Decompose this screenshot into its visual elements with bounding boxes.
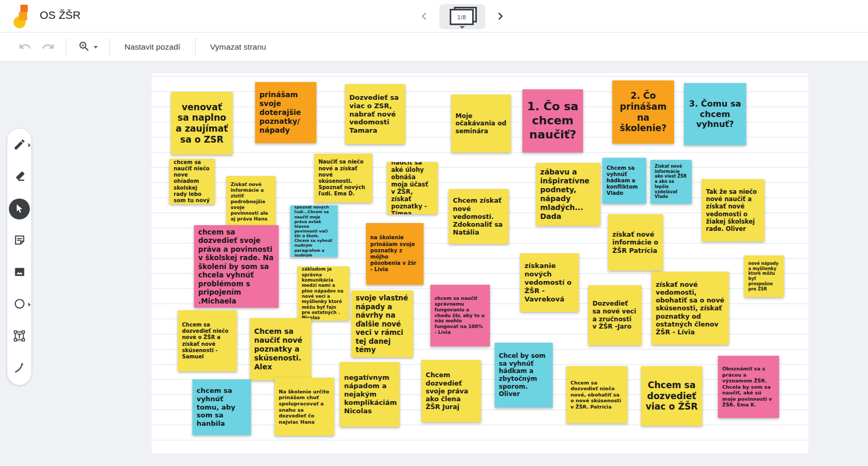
caret-right-icon bbox=[28, 143, 31, 147]
sticky-note[interactable]: Moje očakávania od seminára bbox=[451, 95, 511, 153]
sticky-note[interactable]: Naučiť sa niečo nové a získať nové skúse… bbox=[314, 154, 372, 203]
sticky-note[interactable]: Dozvedieť sa viac o ZSR, nabrať nové ved… bbox=[345, 84, 405, 144]
sticky-note[interactable]: prinášam svoje doterajšie poznatky/ nápa… bbox=[255, 82, 316, 143]
sticky-note[interactable]: zábavu a inšpiratívne podnety, nápady ml… bbox=[536, 163, 600, 226]
logo-square-mid bbox=[19, 12, 27, 20]
sticky-note[interactable]: Na školenie určite prinášam chuť spolupr… bbox=[275, 378, 334, 436]
sticky-note-text: Chcem sa dozvedieť niečo nové o ŽŠR a zí… bbox=[182, 322, 233, 360]
sticky-note-text: Dozvedieť sa viac o ZSR, nabrať nové ved… bbox=[349, 94, 401, 135]
next-frame-button[interactable] bbox=[494, 10, 507, 24]
sticky-note[interactable]: Obohatiť sa o nové vedomosti, zručnosti.… bbox=[290, 205, 338, 257]
tool-pen[interactable] bbox=[9, 135, 30, 156]
toolbar-divider bbox=[66, 38, 66, 56]
text-box-icon bbox=[13, 329, 26, 344]
sticky-note-text: Chcem sa dozvedieť niečo nové, obohatiť … bbox=[570, 380, 623, 410]
sticky-note[interactable]: chcem sa naučiť správnemu fungovaniu a c… bbox=[430, 285, 490, 346]
sticky-note-text: Chcel by som sa vyhnúť hádkam a zbytočný… bbox=[499, 352, 549, 398]
sticky-note-text: Chcem získať nové vedomosti. Zdokonaliť … bbox=[453, 196, 505, 236]
tool-eraser[interactable] bbox=[9, 167, 30, 188]
zoom-button[interactable] bbox=[73, 36, 103, 59]
sticky-note[interactable]: Dozvedieť sa nové veci a zručnosti v ŽŠR… bbox=[588, 285, 642, 345]
sticky-note[interactable]: nové nápady a myšlienky ktoré môžu byť p… bbox=[744, 255, 784, 297]
sticky-note[interactable]: Získať nové informácie ako viest ŽŠR a a… bbox=[650, 160, 692, 204]
sticky-note[interactable]: Chcem sa naučiť nové poznatky a skúsenos… bbox=[250, 318, 311, 380]
image-icon bbox=[13, 265, 26, 280]
sticky-note-text: svoje vlastné nápady a návrhy na ďalšie … bbox=[356, 294, 409, 354]
undo-button[interactable] bbox=[14, 36, 37, 59]
laser-pointer-icon bbox=[13, 361, 26, 376]
sticky-note[interactable]: chcem sa dozvedieť svoje práva a povinno… bbox=[194, 225, 279, 308]
sticky-note-text: nové nápady a myšlienky ktoré môžu byť p… bbox=[748, 261, 780, 292]
logo-square-top bbox=[20, 5, 28, 12]
frame-counter: 1/8 bbox=[458, 14, 466, 20]
zoom-in-icon bbox=[78, 40, 90, 54]
sticky-note[interactable]: Chcem sa vyhnúť hádkam a konfliktom Vlad… bbox=[602, 158, 646, 204]
sticky-note[interactable]: 3. Čomu sa chcem vyhnuť? bbox=[684, 83, 746, 145]
tool-sticky-note[interactable] bbox=[9, 230, 30, 251]
sticky-note[interactable]: svoje vlastné nápady a návrhy na ďalšie … bbox=[351, 290, 413, 357]
tool-laser[interactable] bbox=[9, 358, 30, 379]
sticky-note-text: získať nové vedomosti, obohatiť sa o nov… bbox=[656, 281, 725, 336]
redo-button[interactable] bbox=[37, 36, 60, 59]
sticky-note-text: 2. Čo prinášam na školenie? bbox=[616, 90, 670, 134]
sticky-note[interactable]: Chcem dozvedieť svoje práva ako člena ŽŠ… bbox=[421, 360, 481, 422]
sticky-note[interactable]: Chcem sa dozvedieť niečo nové, obohatiť … bbox=[566, 366, 627, 423]
sticky-note-text: Chcem sa vyhnúť hádkam a konfliktom Vlad… bbox=[607, 165, 642, 197]
sticky-note[interactable]: Chcem získať nové vedomosti. Zdokonaliť … bbox=[449, 189, 509, 244]
sticky-note[interactable]: Oboznámiť sa s prácou a významom ŽŠR. Ch… bbox=[718, 356, 779, 418]
sticky-note[interactable]: Chcel by som sa vyhnúť hádkam a zbytočný… bbox=[495, 343, 553, 407]
sticky-note-text: Moje očakávania od seminára bbox=[455, 112, 507, 135]
toolbar-divider bbox=[109, 38, 110, 56]
board-canvas[interactable]: venovať sa naplno a zaujímať sa o ZSRpri… bbox=[152, 73, 808, 453]
previous-frame-button[interactable] bbox=[417, 10, 431, 24]
tool-text-box[interactable] bbox=[9, 326, 30, 347]
sticky-note-text: negatívnym nápadom a nejakým komplikáciá… bbox=[344, 374, 395, 415]
pen-icon bbox=[13, 138, 26, 153]
sticky-note[interactable]: Chcem sa dozvedieť viac o ŽŠR bbox=[641, 366, 702, 426]
sticky-note[interactable]: negatívnym nápadom a nejakým komplikáciá… bbox=[340, 362, 399, 427]
sticky-note[interactable]: Získať nové informácie a zistiť podrobne… bbox=[226, 176, 276, 228]
sticky-note-text: naučiť sa aké úlohy obnáša moja účasť v … bbox=[391, 162, 433, 214]
sticky-note[interactable]: získať nové informácie o ŽŠR Patrícia bbox=[608, 214, 663, 271]
sticky-note[interactable]: chcem sa naučiť niečo nove ohíadom skols… bbox=[169, 159, 215, 204]
sticky-note[interactable]: Tak že sa niečo nové naučiť a získať nov… bbox=[702, 179, 764, 241]
frame-selector-button[interactable]: 1/8 bbox=[439, 4, 485, 29]
sticky-note-text: Chcem sa dozvedieť viac o ŽŠR bbox=[645, 380, 698, 412]
sticky-note[interactable]: získanie nových vedomostí o ŽŠR - Vavrek… bbox=[520, 253, 579, 312]
caret-down-icon bbox=[460, 26, 465, 29]
frame-counter-box: 1/8 bbox=[450, 9, 474, 25]
tool-image[interactable] bbox=[9, 262, 30, 283]
sticky-note-text: Získať nové informácie a zistiť podrobne… bbox=[231, 182, 271, 222]
sticky-note-text: Tak že sa niečo nové naučiť a získať nov… bbox=[706, 188, 760, 232]
toolbar-divider bbox=[195, 38, 196, 56]
sticky-note[interactable]: 2. Čo prinášam na školenie? bbox=[612, 80, 674, 144]
sticky-note[interactable]: základom je správna komunikácia medzi na… bbox=[298, 266, 349, 321]
sticky-note[interactable]: Chcem sa dozvedieť niečo nové o ŽŠR a zí… bbox=[178, 310, 237, 371]
chevron-right-icon bbox=[494, 10, 507, 24]
sticky-note[interactable]: 1. Čo sa chcem naučiť? bbox=[522, 89, 583, 153]
sticky-note-text: Dozvedieť sa nové veci a zručnosti v ŽŠR… bbox=[592, 300, 637, 331]
jamboard-logo-icon[interactable] bbox=[14, 5, 33, 29]
sticky-note[interactable]: chcem sa vyhnúť tomu, aby som sa hanbila bbox=[192, 379, 251, 435]
undo-icon bbox=[18, 40, 32, 55]
tool-shape[interactable] bbox=[9, 294, 30, 315]
sticky-note-text: chcem sa naučiť niečo nove ohíadom skols… bbox=[174, 159, 211, 204]
sticky-note-text: Oboznámiť sa s prácou a významom ŽŠR. Ch… bbox=[722, 366, 775, 408]
tool-select[interactable] bbox=[9, 199, 30, 219]
eraser-icon bbox=[13, 170, 26, 184]
app-header: OS ŽŠR 1/8 bbox=[0, 0, 868, 32]
set-background-button[interactable]: Nastavit pozadí bbox=[116, 37, 189, 57]
sticky-note[interactable]: venovať sa naplno a zaujímať sa o ZSR bbox=[171, 92, 233, 155]
sticky-note-text: chcem sa dozvedieť svoje práva a povinno… bbox=[198, 228, 275, 305]
clear-frame-button[interactable]: Vymazat stranu bbox=[202, 37, 275, 57]
sticky-note[interactable]: naučiť sa aké úlohy obnáša moja účasť v … bbox=[387, 162, 438, 214]
sticky-note[interactable]: na školenie prinášam svoje poznatky z mô… bbox=[366, 223, 424, 285]
sticky-note-text: získanie nových vedomostí o ŽŠR - Vavrek… bbox=[524, 262, 575, 303]
redo-icon bbox=[41, 40, 55, 55]
sticky-note[interactable]: získať nové vedomosti, obohatiť sa o nov… bbox=[652, 272, 729, 345]
caret-down-icon bbox=[94, 46, 98, 49]
sticky-note-text: Získať nové informácie ako viest ŽŠR a a… bbox=[655, 164, 688, 200]
jam-title[interactable]: OS ŽŠR bbox=[40, 9, 81, 21]
sticky-note-text: chcem sa naučiť správnemu fungovaniu a c… bbox=[435, 296, 486, 336]
sticky-note-text: Na školenie určite prinášam chuť spolupr… bbox=[279, 389, 330, 425]
